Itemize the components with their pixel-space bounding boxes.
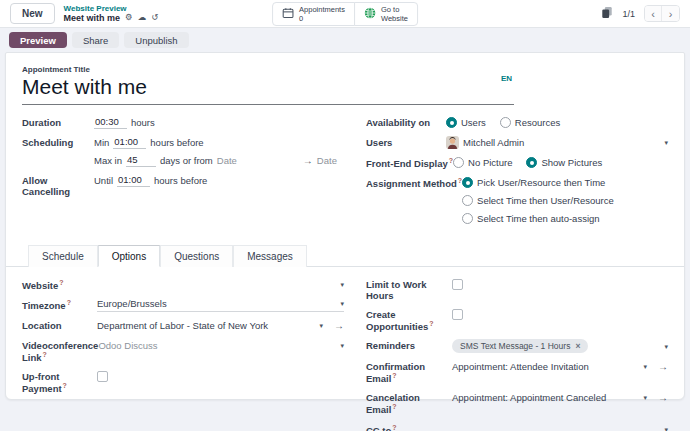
radio-show-pictures[interactable] [526, 157, 537, 168]
duration-row: Duration 00:30 hours [22, 116, 344, 129]
timezone-caret-icon[interactable]: ▾ [340, 299, 344, 308]
appointments-stat-count: 0 [299, 14, 345, 23]
tab-options[interactable]: Options [98, 245, 160, 267]
radio-pick-user-then-time[interactable] [462, 177, 473, 188]
pager-count[interactable]: 1/1 [622, 9, 635, 19]
go-to-website-button[interactable]: Go to Website [354, 2, 418, 26]
scheduling-row: Scheduling Min 01:00 hours before Max in… [22, 136, 344, 167]
go-to-website-line2: Website [381, 14, 408, 23]
videoconference-caret-icon[interactable]: ▾ [340, 341, 344, 350]
help-marker: ? [429, 320, 433, 327]
radio-users-label[interactable]: Users [461, 117, 486, 128]
date-to-input[interactable]: Date [317, 155, 337, 166]
cancelation-email-row: Cancelation Email? Appointment: Appointm… [366, 391, 668, 415]
videoconference-link-row: Videoconference Link? Odoo Discuss ▾ [22, 339, 344, 363]
help-marker: ? [392, 403, 396, 410]
unpublish-button[interactable]: Unpublish [124, 32, 188, 48]
form-sheet: Appointment Title Meet with me EN Durati… [5, 52, 685, 400]
appointment-title-input[interactable]: Meet with me [22, 74, 514, 105]
radio-users[interactable] [446, 117, 457, 128]
location-label: Location [22, 319, 97, 331]
cancelation-email-internal-link-icon[interactable]: → [658, 393, 668, 403]
share-button[interactable]: Share [72, 32, 119, 48]
location-value[interactable]: Department of Labor - State of New York [97, 320, 268, 331]
radio-pick-user-then-time-label[interactable]: Pick User/Resource then Time [477, 177, 605, 188]
availability-on-label: Availability on [366, 116, 446, 128]
copy-icon[interactable] [601, 6, 613, 21]
top-left-fields: Duration 00:30 hours Scheduling Min 01:0… [22, 116, 344, 232]
radio-time-then-user-label[interactable]: Select Time then User/Resource [477, 195, 614, 206]
user-avatar [446, 136, 459, 149]
new-button[interactable]: New [10, 3, 55, 24]
front-end-display-row: Front-End Display? No Picture Show Pictu… [366, 156, 668, 169]
tab-schedule[interactable]: Schedule [28, 245, 98, 267]
upfront-payment-checkbox[interactable] [97, 371, 108, 382]
cancelation-email-caret-icon[interactable]: ▾ [643, 393, 647, 402]
undo-discard-icon[interactable]: ↺ [151, 13, 158, 23]
timezone-value[interactable]: Europe/Brussels [97, 298, 167, 309]
cancelation-email-value[interactable]: Appointment: Appointment Canceled [452, 392, 606, 403]
website-caret-icon[interactable]: ▾ [340, 280, 344, 289]
limit-work-hours-label: Limit to Work Hours [366, 278, 452, 301]
remove-tag-icon[interactable]: × [575, 341, 580, 351]
radio-time-then-user[interactable] [462, 195, 473, 206]
allow-cancelling-label: Allow Cancelling [22, 174, 94, 197]
options-right-fields: Limit to Work Hours Create Opportunities… [366, 278, 668, 431]
videoconference-link-value[interactable]: Odoo Discuss [98, 340, 157, 351]
pager-previous-button[interactable]: ‹ [645, 6, 662, 21]
tab-messages[interactable]: Messages [233, 245, 307, 267]
scheduling-max-prefix: Max in [94, 155, 122, 166]
scheduling-label: Scheduling [22, 136, 94, 148]
assignment-method-label: Assignment Method? [366, 176, 462, 189]
scheduling-max-input[interactable]: 45 [126, 154, 156, 167]
help-marker: ? [392, 372, 396, 379]
preview-button[interactable]: Preview [9, 32, 67, 48]
allow-cancelling-unit: hours before [154, 175, 207, 186]
radio-no-picture-label[interactable]: No Picture [468, 157, 512, 168]
help-marker: ? [67, 299, 71, 306]
options-tab-content: Website? ▾ Timezone? Europe/Brussels ▾ L… [22, 278, 668, 431]
location-row: Location Department of Labor - State of … [22, 319, 344, 332]
radio-resources-label[interactable]: Resources [515, 117, 560, 128]
scheduling-min-unit: hours before [150, 137, 203, 148]
cc-to-caret-icon[interactable]: ▾ [664, 425, 668, 431]
cloud-save-icon[interactable]: ☁ [138, 13, 147, 23]
allow-cancelling-row: Allow Cancelling Until 01:00 hours befor… [22, 174, 344, 197]
help-marker: ? [59, 279, 63, 286]
create-opportunities-checkbox[interactable] [452, 309, 463, 320]
radio-show-pictures-label[interactable]: Show Pictures [541, 157, 602, 168]
limit-work-hours-checkbox[interactable] [452, 279, 463, 290]
appointments-stat-button[interactable]: Appointments 0 [272, 2, 355, 26]
allow-cancelling-input[interactable]: 01:00 [117, 174, 150, 187]
go-to-website-line1: Go to [381, 5, 408, 14]
date-from-input[interactable]: Date [217, 155, 237, 166]
duration-input[interactable]: 00:30 [94, 116, 127, 129]
gear-icon[interactable]: ⚙ [125, 13, 133, 23]
upfront-payment-label: Up-front Payment? [22, 370, 97, 394]
website-row: Website? ▾ [22, 278, 344, 291]
language-badge[interactable]: EN [501, 74, 512, 83]
radio-resources[interactable] [500, 117, 511, 128]
location-internal-link-icon[interactable]: → [334, 321, 344, 331]
reminders-caret-icon[interactable]: ▾ [664, 342, 668, 351]
radio-time-then-auto-assign-label[interactable]: Select Time then auto-assign [477, 213, 600, 224]
scheduling-min-input[interactable]: 01:00 [113, 136, 146, 149]
radio-no-picture[interactable] [453, 157, 464, 168]
users-caret-icon[interactable]: ▾ [664, 138, 668, 147]
options-left-fields: Website? ▾ Timezone? Europe/Brussels ▾ L… [22, 278, 344, 431]
top-right-fields: Availability on Users Resources Users Mi… [366, 116, 668, 232]
help-marker: ? [63, 382, 67, 389]
tab-questions[interactable]: Questions [160, 245, 233, 267]
globe-icon [364, 7, 376, 21]
reminder-tag: SMS Text Message - 1 Hours × [452, 339, 588, 353]
radio-time-then-auto-assign[interactable] [462, 213, 473, 224]
users-value[interactable]: Mitchell Admin [463, 137, 524, 148]
cc-to-label: CC to? [366, 423, 452, 431]
location-caret-icon[interactable]: ▾ [319, 321, 323, 330]
confirmation-email-value[interactable]: Appointment: Attendee Invitation [452, 361, 589, 372]
pager-next-button[interactable]: › [662, 6, 679, 21]
confirmation-email-internal-link-icon[interactable]: → [658, 362, 668, 372]
scheduling-min-prefix: Min [94, 137, 109, 148]
confirmation-email-caret-icon[interactable]: ▾ [643, 362, 647, 371]
breadcrumb: Website Preview Meet with me ⚙ ☁ ↺ [64, 4, 159, 24]
